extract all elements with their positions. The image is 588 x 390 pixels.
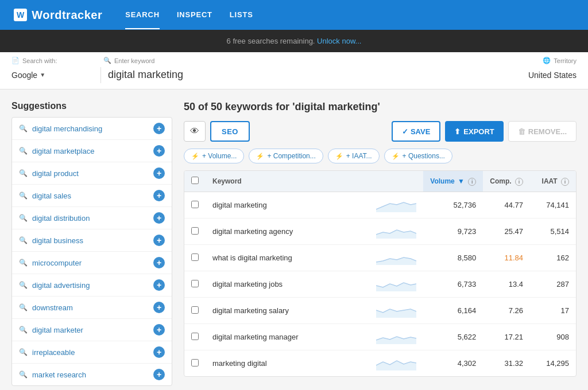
filter-icon: ⚡ <box>392 153 400 160</box>
search-icon: 🔍 <box>19 124 28 132</box>
select-all-checkbox[interactable] <box>191 177 199 184</box>
search-bar: 📄 Search with: 🔍 Enter keyword 🌐 Territo… <box>0 52 588 89</box>
row-checkbox-cell <box>184 298 206 324</box>
nav-search[interactable]: SEARCH <box>125 1 160 29</box>
sidebar-item[interactable]: 🔍 digital merchandising + <box>12 118 172 140</box>
row-checkbox[interactable] <box>191 306 199 314</box>
count-shown: 50 <box>184 101 195 112</box>
sidebar-item[interactable]: 🔍 digital sales + <box>12 185 172 207</box>
comp-cell: 17.21 <box>483 324 530 350</box>
filter-iaat[interactable]: ⚡ + IAAT... <box>328 149 380 163</box>
sidebar-item[interactable]: 🔍 market research + <box>12 364 172 385</box>
save-button[interactable]: ✓ SAVE <box>392 121 440 142</box>
sidebar-item[interactable]: 🔍 downstream + <box>12 297 172 319</box>
iaat-cell: 5,514 <box>530 219 576 245</box>
filter-competition[interactable]: ⚡ + Competition... <box>249 149 323 163</box>
search-divider <box>100 67 101 83</box>
filter-questions[interactable]: ⚡ + Questions... <box>384 149 452 163</box>
sidebar-item[interactable]: 🔍 irreplaceable + <box>12 341 172 364</box>
add-button[interactable]: + <box>153 369 165 380</box>
banner-link[interactable]: Unlock now... <box>317 37 361 45</box>
sidebar-item-label: digital business <box>32 236 153 245</box>
comp-info-icon[interactable]: i <box>515 178 523 186</box>
iaat-cell: 162 <box>530 245 576 271</box>
sidebar-item[interactable]: 🔍 digital business + <box>12 229 172 252</box>
sidebar-item-label: digital advertising <box>32 281 153 290</box>
comp-cell: 13.4 <box>483 271 530 298</box>
search-labels: 📄 Search with: 🔍 Enter keyword 🌐 Territo… <box>11 57 577 64</box>
sidebar-item[interactable]: 🔍 digital distribution + <box>12 207 172 229</box>
eye-button[interactable]: 👁 <box>184 121 206 142</box>
add-button[interactable]: + <box>153 190 165 201</box>
keyword-input[interactable] <box>108 67 528 83</box>
add-button[interactable]: + <box>153 235 165 246</box>
add-button[interactable]: + <box>153 279 165 291</box>
trend-cell <box>369 350 423 377</box>
engine-selector[interactable]: Google ▼ <box>11 68 100 82</box>
iaat-info-icon[interactable]: i <box>561 178 569 186</box>
sidebar-item[interactable]: 🔍 digital product + <box>12 162 172 185</box>
row-checkbox[interactable] <box>191 359 199 366</box>
search-icon: 🔍 <box>19 303 28 311</box>
sparkline-chart <box>376 198 416 212</box>
keyword-cell: digital marketing manager <box>206 324 369 350</box>
keyword-query: digital marketing <box>295 101 377 112</box>
sidebar-item-label: irreplaceable <box>32 348 153 357</box>
sidebar-item[interactable]: 🔍 digital marketer + <box>12 319 172 341</box>
volume-cell: 8,580 <box>423 245 483 271</box>
add-button[interactable]: + <box>153 123 165 134</box>
add-button[interactable]: + <box>153 302 165 313</box>
row-checkbox-cell <box>184 192 206 219</box>
search-icon: 🔍 <box>19 192 28 200</box>
keyword-cell: what is digital marketing <box>206 245 369 271</box>
filter-competition-label: + Competition... <box>267 152 315 160</box>
th-volume[interactable]: Volume ▼ i <box>423 171 483 192</box>
export-button[interactable]: ⬆ EXPORT <box>445 121 503 142</box>
row-checkbox[interactable] <box>191 227 199 235</box>
volume-info-icon[interactable]: i <box>468 178 476 186</box>
sort-arrow-icon: ▼ <box>458 177 465 185</box>
sparkline-chart <box>376 277 416 291</box>
sparkline-chart <box>376 303 416 318</box>
keyword-cell: marketing digital <box>206 350 369 377</box>
add-button[interactable]: + <box>153 324 165 336</box>
table-row: digital marketing jobs 6,733 13.4 287 <box>184 271 576 298</box>
add-button[interactable]: + <box>153 257 165 268</box>
filter-volume[interactable]: ⚡ + Volume... <box>184 149 244 163</box>
row-checkbox[interactable] <box>191 333 199 340</box>
engine-value: Google <box>11 71 37 80</box>
add-button[interactable]: + <box>153 145 165 157</box>
volume-cell: 6,164 <box>423 298 483 324</box>
logo-text: Wordtracker <box>32 9 102 22</box>
sidebar-item[interactable]: 🔍 digital marketplace + <box>12 140 172 162</box>
seo-button[interactable]: SEO <box>210 121 250 142</box>
row-checkbox[interactable] <box>191 253 199 261</box>
sidebar-item[interactable]: 🔍 digital advertising + <box>12 274 172 297</box>
add-button[interactable]: + <box>153 212 165 224</box>
filter-icon: ⚡ <box>256 153 264 160</box>
add-button[interactable]: + <box>153 346 165 358</box>
engine-label-container: 📄 Search with: <box>11 57 103 64</box>
add-button[interactable]: + <box>153 167 165 179</box>
table-row: what is digital marketing 8,580 11.84 16… <box>184 245 576 271</box>
keyword-cell: digital marketing <box>206 192 369 219</box>
comp-cell: 31.32 <box>483 350 530 377</box>
row-checkbox[interactable] <box>191 201 199 208</box>
volume-cell: 6,733 <box>423 271 483 298</box>
row-checkbox[interactable] <box>191 280 199 287</box>
nav-lists[interactable]: LISTS <box>230 1 253 29</box>
sidebar-item-label: digital distribution <box>32 214 153 223</box>
row-checkbox-cell <box>184 219 206 245</box>
enter-keyword-label: Enter keyword <box>114 57 154 64</box>
nav-inspect[interactable]: INSPECT <box>177 1 212 29</box>
sparkline-chart <box>376 224 416 239</box>
remove-button[interactable]: 🗑 REMOVE... <box>508 121 577 142</box>
volume-cell: 9,723 <box>423 219 483 245</box>
table-row: digital marketing 52,736 44.77 74,141 <box>184 192 576 219</box>
search-icon: 🔍 <box>19 214 28 222</box>
th-comp: Comp. i <box>483 171 530 192</box>
toolbar-actions: ✓ SAVE ⬆ EXPORT 🗑 REMOVE... <box>392 121 577 142</box>
table-row: digital marketing agency 9,723 25.47 5,5… <box>184 219 576 245</box>
sidebar-item[interactable]: 🔍 microcomputer + <box>12 252 172 274</box>
sidebar-item-label: digital product <box>32 169 153 178</box>
